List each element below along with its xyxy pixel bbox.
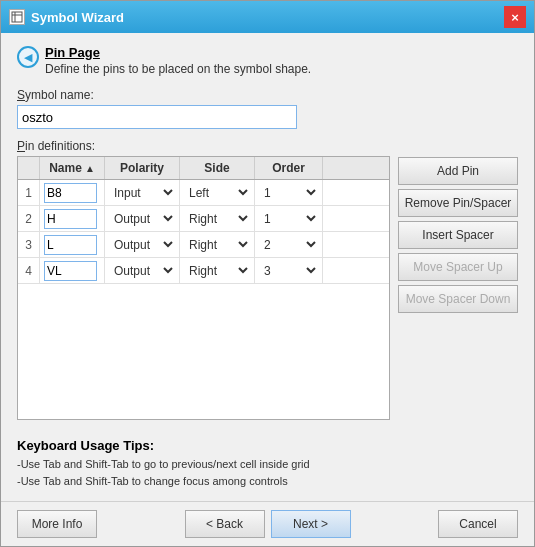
table-row: 4 InputOutputBidirectional: [18, 258, 389, 284]
name-input-2[interactable]: [44, 209, 97, 229]
tips-text-2: -Use Tab and Shift-Tab to change focus a…: [17, 473, 518, 490]
pin-def-label-text: Pin definitions:: [17, 139, 95, 153]
cell-order-2[interactable]: 123: [255, 206, 323, 231]
symbol-name-label: Symbol name:: [17, 88, 518, 102]
cell-name-3[interactable]: [40, 232, 105, 257]
cell-name-1[interactable]: [40, 180, 105, 205]
cell-polarity-1[interactable]: InputOutputBidirectional: [105, 180, 180, 205]
cell-num-3: 3: [18, 232, 40, 257]
name-input-4[interactable]: [44, 261, 97, 281]
symbol-name-label-text: Symbol name:: [17, 88, 94, 102]
cell-polarity-2[interactable]: InputOutputBidirectional: [105, 206, 180, 231]
col-header-order: Order: [255, 157, 323, 179]
more-info-button[interactable]: More Info: [17, 510, 97, 538]
grid-body: 1 InputOutputBidirectional: [18, 180, 389, 419]
title-bar-left: Symbol Wizard: [9, 9, 124, 25]
side-select-3[interactable]: LeftRightTopBottom: [183, 234, 251, 255]
pin-definitions-label: Pin definitions:: [17, 139, 390, 153]
table-row: 1 InputOutputBidirectional: [18, 180, 389, 206]
cell-num-4: 4: [18, 258, 40, 283]
cell-order-1[interactable]: 123: [255, 180, 323, 205]
close-button[interactable]: ×: [504, 6, 526, 28]
footer: More Info < Back Next > Cancel: [1, 501, 534, 546]
next-button[interactable]: Next >: [271, 510, 351, 538]
move-spacer-down-button[interactable]: Move Spacer Down: [398, 285, 518, 313]
cell-name-2[interactable]: [40, 206, 105, 231]
sort-indicator: ▲: [85, 163, 95, 174]
cell-polarity-4[interactable]: InputOutputBidirectional: [105, 258, 180, 283]
order-select-4[interactable]: 123: [258, 260, 319, 281]
col-header-name: Name ▲: [40, 157, 105, 179]
page-title: Pin Page: [45, 45, 311, 60]
side-select-4[interactable]: LeftRightTopBottom: [183, 260, 251, 281]
back-nav-button[interactable]: ◀: [17, 46, 39, 68]
side-select-2[interactable]: LeftRightTopBottom: [183, 208, 251, 229]
cell-side-2[interactable]: LeftRightTopBottom: [180, 206, 255, 231]
polarity-select-1[interactable]: InputOutputBidirectional: [108, 182, 176, 203]
back-button[interactable]: < Back: [185, 510, 265, 538]
polarity-select-4[interactable]: InputOutputBidirectional: [108, 260, 176, 281]
cell-polarity-3[interactable]: InputOutputBidirectional: [105, 232, 180, 257]
polarity-select-3[interactable]: InputOutputBidirectional: [108, 234, 176, 255]
cancel-button[interactable]: Cancel: [438, 510, 518, 538]
cell-name-4[interactable]: [40, 258, 105, 283]
cell-num-2: 2: [18, 206, 40, 231]
order-select-1[interactable]: 123: [258, 182, 319, 203]
title-bar: Symbol Wizard ×: [1, 1, 534, 33]
table-row: 3 InputOutputBidirectional: [18, 232, 389, 258]
col-header-side: Side: [180, 157, 255, 179]
cell-side-3[interactable]: LeftRightTopBottom: [180, 232, 255, 257]
tips-section: Keyboard Usage Tips: -Use Tab and Shift-…: [17, 430, 518, 489]
name-input-3[interactable]: [44, 235, 97, 255]
window-title: Symbol Wizard: [31, 10, 124, 25]
content-area: ◀ Pin Page Define the pins to be placed …: [1, 33, 534, 501]
page-description: Define the pins to be placed on the symb…: [45, 62, 311, 76]
page-title-section: Pin Page Define the pins to be placed on…: [45, 45, 311, 76]
cell-side-1[interactable]: LeftRightTopBottom: [180, 180, 255, 205]
side-select-1[interactable]: LeftRightTopBottom: [183, 182, 251, 203]
cell-num-1: 1: [18, 180, 40, 205]
order-select-2[interactable]: 123: [258, 208, 319, 229]
table-row: 2 InputOutputBidirectional: [18, 206, 389, 232]
page-header: ◀ Pin Page Define the pins to be placed …: [17, 45, 518, 76]
symbol-name-section: Symbol name:: [17, 88, 518, 129]
grid-section: Pin definitions: Name ▲ Polarity: [17, 139, 390, 420]
col-header-polarity: Polarity: [105, 157, 180, 179]
grid-header: Name ▲ Polarity Side Order: [18, 157, 389, 180]
tips-text-1: -Use Tab and Shift-Tab to go to previous…: [17, 456, 518, 473]
cell-order-4[interactable]: 123: [255, 258, 323, 283]
remove-pin-button[interactable]: Remove Pin/Spacer: [398, 189, 518, 217]
name-input-1[interactable]: [44, 183, 97, 203]
polarity-select-2[interactable]: InputOutputBidirectional: [108, 208, 176, 229]
svg-rect-0: [12, 12, 22, 22]
tips-title: Keyboard Usage Tips:: [17, 438, 518, 453]
add-pin-button[interactable]: Add Pin: [398, 157, 518, 185]
cell-side-4[interactable]: LeftRightTopBottom: [180, 258, 255, 283]
main-area: Pin definitions: Name ▲ Polarity: [17, 139, 518, 420]
insert-spacer-button[interactable]: Insert Spacer: [398, 221, 518, 249]
cell-order-3[interactable]: 123: [255, 232, 323, 257]
move-spacer-up-button[interactable]: Move Spacer Up: [398, 253, 518, 281]
pin-grid: Name ▲ Polarity Side Order: [17, 156, 390, 420]
action-buttons: Add Pin Remove Pin/Spacer Insert Spacer …: [398, 139, 518, 420]
col-header-num: [18, 157, 40, 179]
symbol-name-input[interactable]: [17, 105, 297, 129]
symbol-wizard-window: Symbol Wizard × ◀ Pin Page Define the pi…: [0, 0, 535, 547]
app-icon: [9, 9, 25, 25]
order-select-3[interactable]: 123: [258, 234, 319, 255]
footer-center-buttons: < Back Next >: [185, 510, 351, 538]
